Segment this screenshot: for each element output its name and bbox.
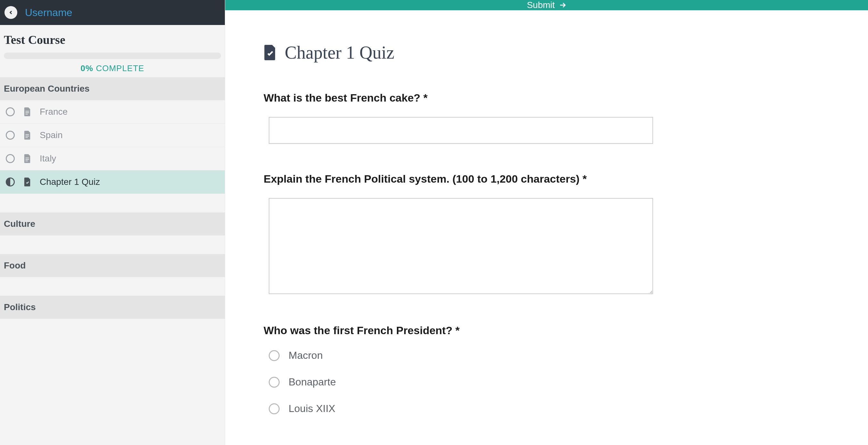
lesson-label: France bbox=[40, 107, 68, 117]
username-link[interactable]: Username bbox=[25, 7, 72, 19]
section-header-food[interactable]: Food bbox=[0, 254, 225, 277]
radio-option-bonaparte[interactable]: Bonaparte bbox=[269, 376, 830, 388]
content: Chapter 1 Quiz What is the best French c… bbox=[225, 10, 868, 445]
page-title-row: Chapter 1 Quiz bbox=[264, 42, 830, 63]
radio-icon bbox=[269, 403, 280, 414]
submit-label: Submit bbox=[527, 0, 555, 10]
sidebar-item-france[interactable]: France bbox=[0, 100, 225, 124]
quiz-page-icon bbox=[264, 45, 276, 60]
sidebar: Username Test Course 0% COMPLETE Europea… bbox=[0, 0, 225, 445]
back-button[interactable] bbox=[4, 6, 17, 19]
question-3: Who was the first French President? * Ma… bbox=[264, 324, 830, 415]
document-icon bbox=[24, 154, 31, 163]
section-header-culture[interactable]: Culture bbox=[0, 212, 225, 235]
status-circle-icon bbox=[6, 107, 15, 116]
topbar: Submit bbox=[225, 0, 868, 10]
document-icon bbox=[24, 131, 31, 140]
document-icon bbox=[24, 107, 31, 116]
radio-option-macron[interactable]: Macron bbox=[269, 350, 830, 361]
lesson-label: Spain bbox=[40, 130, 63, 140]
section-header-european-countries[interactable]: European Countries bbox=[0, 77, 225, 100]
lesson-label: Italy bbox=[40, 153, 56, 164]
course-title: Test Course bbox=[4, 33, 221, 47]
radio-label: Louis XIIX bbox=[288, 403, 335, 415]
arrow-right-icon bbox=[559, 2, 566, 9]
question-1: What is the best French cake? * bbox=[264, 92, 830, 144]
progress-percent: 0% bbox=[81, 63, 94, 73]
status-half-circle-icon bbox=[6, 177, 15, 186]
sidebar-item-spain[interactable]: Spain bbox=[0, 124, 225, 147]
radio-icon bbox=[269, 350, 280, 361]
radio-label: Macron bbox=[288, 350, 323, 361]
sidebar-item-chapter-1-quiz[interactable]: Chapter 1 Quiz bbox=[0, 171, 225, 194]
progress-label: 0% COMPLETE bbox=[4, 63, 221, 73]
radio-label: Bonaparte bbox=[288, 376, 336, 388]
question-2-label: Explain the French Political system. (10… bbox=[264, 173, 830, 185]
question-2-textarea[interactable] bbox=[269, 198, 653, 294]
progress-word: COMPLETE bbox=[96, 63, 144, 73]
lesson-label: Chapter 1 Quiz bbox=[40, 177, 100, 187]
section-header-politics[interactable]: Politics bbox=[0, 296, 225, 319]
status-circle-icon bbox=[6, 154, 15, 163]
question-1-input[interactable] bbox=[269, 117, 653, 144]
question-3-label: Who was the first French President? * bbox=[264, 324, 830, 337]
page-title: Chapter 1 Quiz bbox=[285, 42, 394, 63]
radio-icon bbox=[269, 377, 280, 388]
question-3-options: Macron Bonaparte Louis XIIX bbox=[269, 350, 830, 415]
question-2: Explain the French Political system. (10… bbox=[264, 173, 830, 295]
radio-option-louis-xiix[interactable]: Louis XIIX bbox=[269, 403, 830, 415]
sidebar-header: Username bbox=[0, 0, 225, 25]
course-block: Test Course 0% COMPLETE bbox=[0, 25, 225, 77]
progress-bar bbox=[4, 53, 221, 59]
chevron-left-icon bbox=[8, 10, 14, 16]
sidebar-item-italy[interactable]: Italy bbox=[0, 147, 225, 171]
question-1-label: What is the best French cake? * bbox=[264, 92, 830, 104]
quiz-document-icon bbox=[24, 177, 31, 186]
status-circle-icon bbox=[6, 131, 15, 140]
submit-button[interactable]: Submit bbox=[527, 0, 566, 10]
main: Submit Chapter 1 Quiz What is the best F… bbox=[225, 0, 868, 445]
